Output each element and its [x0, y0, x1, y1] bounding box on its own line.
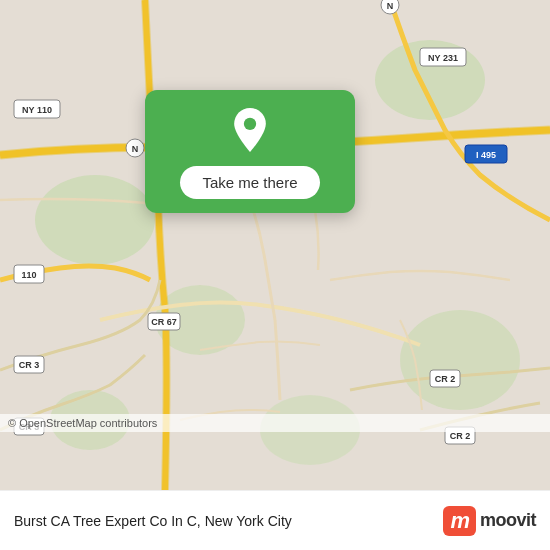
moovit-text: moovit — [480, 510, 536, 531]
moovit-logo: m moovit — [443, 506, 536, 536]
svg-text:NY 231: NY 231 — [428, 53, 458, 63]
svg-text:I 495: I 495 — [476, 150, 496, 160]
moovit-m-icon: m — [443, 506, 476, 536]
svg-text:CR 2: CR 2 — [450, 431, 471, 441]
map-pin-icon — [228, 108, 272, 152]
map-container: NY 110 I 495 NY 231 110 CR 3 CR 3 CR 67 … — [0, 0, 550, 490]
map-attribution: © OpenStreetMap contributors — [0, 414, 550, 432]
svg-text:CR 2: CR 2 — [435, 374, 456, 384]
svg-text:CR 3: CR 3 — [19, 360, 40, 370]
svg-text:110: 110 — [21, 270, 36, 280]
svg-text:NY 110: NY 110 — [22, 105, 52, 115]
svg-point-4 — [400, 310, 520, 410]
svg-point-29 — [244, 118, 256, 130]
business-name: Burst CA Tree Expert Co In C, New York C… — [14, 513, 292, 529]
bottom-bar: Burst CA Tree Expert Co In C, New York C… — [0, 490, 550, 550]
location-card: Take me there — [145, 90, 355, 213]
svg-text:N: N — [387, 1, 394, 11]
svg-text:CR 67: CR 67 — [151, 317, 177, 327]
svg-text:N: N — [132, 144, 139, 154]
take-me-there-button[interactable]: Take me there — [180, 166, 319, 199]
svg-point-1 — [35, 175, 155, 265]
